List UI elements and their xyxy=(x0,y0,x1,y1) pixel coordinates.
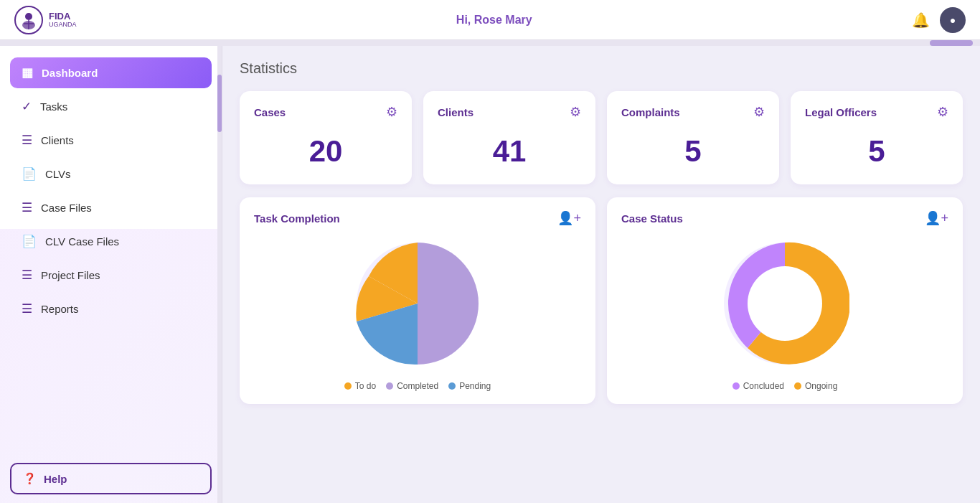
scroll-thumb xyxy=(930,40,973,46)
stat-value-complaints: 5 xyxy=(621,134,765,169)
case-status-card: Case Status 👤+ xyxy=(607,197,963,404)
logo-text: FIDA xyxy=(49,11,77,21)
completed-dot xyxy=(386,382,393,390)
sidebar-footer: ❓ Help xyxy=(0,454,222,503)
greeting: Hi, Rose Mary xyxy=(456,14,532,27)
notification-bell-icon[interactable]: 🔔 xyxy=(912,11,930,29)
charts-grid: Task Completion 👤+ xyxy=(240,197,963,404)
sidebar-label-dashboard: Dashboard xyxy=(42,67,98,79)
legend-ongoing: Ongoing xyxy=(794,381,837,391)
pending-dot xyxy=(448,382,456,390)
clients-icon: ☰ xyxy=(22,133,32,148)
legend-concluded: Concluded xyxy=(732,381,784,391)
case-status-action-icon[interactable]: 👤+ xyxy=(925,210,948,226)
stat-card-clients: Clients ⚙ 41 xyxy=(423,91,595,184)
avatar[interactable]: ● xyxy=(940,7,966,33)
sidebar-label-project-files: Project Files xyxy=(41,269,100,281)
sidebar-item-tasks[interactable]: ✓ Tasks xyxy=(10,91,212,122)
concluded-label: Concluded xyxy=(743,381,784,391)
help-icon: ❓ xyxy=(23,472,37,485)
sidebar-item-clients[interactable]: ☰ Clients xyxy=(10,125,212,156)
logo: FIDA UGANDA xyxy=(14,6,77,34)
complaints-gear-icon[interactable]: ⚙ xyxy=(753,104,765,120)
todo-dot xyxy=(344,382,352,390)
case-status-legend: Concluded Ongoing xyxy=(732,381,838,391)
task-completion-pie xyxy=(353,239,482,368)
clv-case-files-icon: 📄 xyxy=(22,234,37,249)
project-files-icon: ☰ xyxy=(22,268,32,283)
stat-label-clients: Clients xyxy=(438,106,473,118)
main-content: Statistics Cases ⚙ 20 Clients ⚙ 41 Compl xyxy=(222,46,980,503)
legend-pending: Pending xyxy=(448,381,491,391)
legend-completed: Completed xyxy=(386,381,438,391)
greeting-prefix: Hi, xyxy=(456,14,474,26)
tasks-icon: ✓ xyxy=(22,99,32,114)
stat-label-complaints: Complaints xyxy=(621,106,680,118)
case-status-body: Concluded Ongoing xyxy=(621,233,948,391)
stat-card-cases-header: Cases ⚙ xyxy=(254,104,397,120)
stats-grid: Cases ⚙ 20 Clients ⚙ 41 Complaints ⚙ 5 xyxy=(240,91,963,184)
sidebar-item-project-files[interactable]: ☰ Project Files xyxy=(10,260,212,291)
sidebar-label-clvs: CLVs xyxy=(45,168,71,180)
scroll-indicator xyxy=(0,40,980,46)
todo-label: To do xyxy=(355,381,376,391)
stat-label-cases: Cases xyxy=(254,106,286,118)
clients-gear-icon[interactable]: ⚙ xyxy=(570,104,581,120)
help-label: Help xyxy=(44,473,67,485)
case-status-title: Case Status xyxy=(621,212,683,225)
task-completion-action-icon[interactable]: 👤+ xyxy=(557,210,581,226)
ongoing-label: Ongoing xyxy=(805,381,837,391)
header-actions: 🔔 ● xyxy=(912,7,966,33)
help-button[interactable]: ❓ Help xyxy=(10,463,212,494)
sidebar-label-reports: Reports xyxy=(41,303,79,315)
task-completion-legend: To do Completed Pending xyxy=(344,381,491,391)
sidebar-label-case-files: Case Files xyxy=(41,202,92,214)
sidebar-item-clvs[interactable]: 📄 CLVs xyxy=(10,159,212,189)
greeting-name: Rose Mary xyxy=(474,14,532,26)
pending-label: Pending xyxy=(459,381,491,391)
stat-card-complaints: Complaints ⚙ 5 xyxy=(607,91,779,184)
sidebar-label-clients: Clients xyxy=(41,134,74,146)
svg-point-0 xyxy=(25,13,32,20)
stat-value-legal-officers: 5 xyxy=(805,134,948,169)
sidebar: ▦ Dashboard ✓ Tasks ☰ Clients 📄 CLVs ☰ C… xyxy=(0,46,222,503)
stat-card-clients-header: Clients ⚙ xyxy=(438,104,581,120)
reports-icon: ☰ xyxy=(22,301,32,316)
stat-card-cases: Cases ⚙ 20 xyxy=(240,91,412,184)
case-files-icon: ☰ xyxy=(22,200,32,215)
sidebar-label-tasks: Tasks xyxy=(40,100,67,113)
task-completion-header: Task Completion 👤+ xyxy=(254,210,581,226)
sidebar-item-case-files[interactable]: ☰ Case Files xyxy=(10,192,212,223)
sidebar-label-clv-case-files: CLV Case Files xyxy=(45,235,119,248)
task-completion-body: To do Completed Pending xyxy=(254,233,581,391)
clvs-icon: 📄 xyxy=(22,166,37,182)
logo-subtext: UGANDA xyxy=(49,21,77,28)
logo-icon xyxy=(14,6,43,34)
body-layout: ▦ Dashboard ✓ Tasks ☰ Clients 📄 CLVs ☰ C… xyxy=(0,46,980,503)
ongoing-dot xyxy=(794,382,801,390)
stat-card-legal-officers: Legal Officers ⚙ 5 xyxy=(791,91,963,184)
stat-value-cases: 20 xyxy=(254,134,397,169)
dashboard-icon: ▦ xyxy=(22,65,33,80)
concluded-dot xyxy=(732,382,740,390)
sidebar-item-reports[interactable]: ☰ Reports xyxy=(10,293,212,324)
stat-card-complaints-header: Complaints ⚙ xyxy=(621,104,765,120)
stat-card-legal-officers-header: Legal Officers ⚙ xyxy=(805,104,948,120)
sidebar-item-clv-case-files[interactable]: 📄 CLV Case Files xyxy=(10,226,212,257)
task-completion-card: Task Completion 👤+ xyxy=(240,197,595,404)
legal-officers-gear-icon[interactable]: ⚙ xyxy=(937,104,948,120)
legend-todo: To do xyxy=(344,381,376,391)
completed-label: Completed xyxy=(397,381,438,391)
stat-value-clients: 41 xyxy=(438,134,581,169)
svg-point-6 xyxy=(748,266,822,341)
task-completion-title: Task Completion xyxy=(254,212,340,225)
stat-label-legal-officers: Legal Officers xyxy=(805,106,877,118)
sidebar-item-dashboard[interactable]: ▦ Dashboard xyxy=(10,57,212,88)
app-header: FIDA UGANDA Hi, Rose Mary 🔔 ● xyxy=(0,0,980,40)
case-status-donut xyxy=(720,239,849,368)
case-status-header: Case Status 👤+ xyxy=(621,210,948,226)
statistics-title: Statistics xyxy=(240,60,963,77)
cases-gear-icon[interactable]: ⚙ xyxy=(386,104,397,120)
sidebar-nav: ▦ Dashboard ✓ Tasks ☰ Clients 📄 CLVs ☰ C… xyxy=(0,46,222,454)
